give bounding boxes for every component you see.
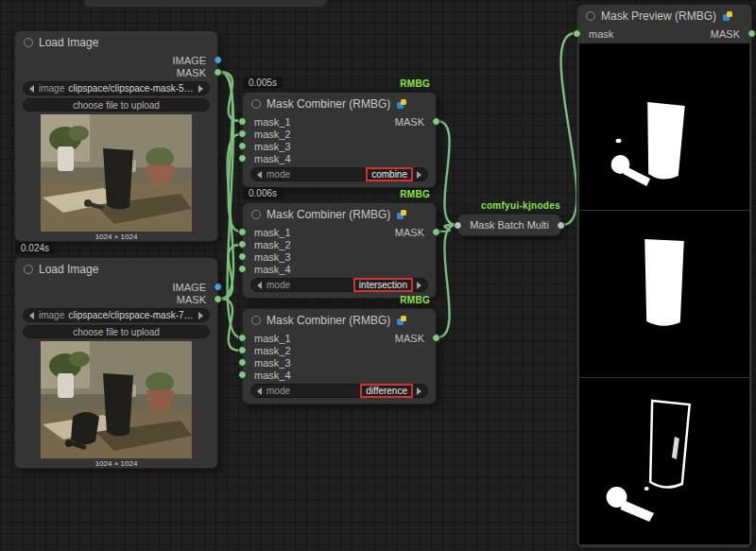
prev-arrow-icon[interactable]: [257, 387, 262, 395]
slot-label: mask_4: [254, 370, 291, 381]
mask-input-dot[interactable]: [238, 265, 247, 273]
execution-time-badge: 0.005s: [243, 77, 283, 89]
node-title: Mask Batch Multi: [470, 219, 549, 231]
input-slot-mask-3: mask_3: [243, 140, 436, 152]
node-title: Load Image: [39, 36, 98, 49]
mask-input-dot[interactable]: [238, 334, 247, 342]
node-title: Mask Combiner (RMBG): [266, 314, 390, 327]
slot-label: IMAGE: [173, 55, 206, 66]
puzzle-icon: [396, 98, 407, 110]
mask-output-dot[interactable]: [214, 68, 222, 77]
input-slot-mask-1: mask_1 MASK: [243, 115, 436, 128]
mask-preview-gallery: [579, 43, 749, 544]
node-header[interactable]: Mask Combiner (RMBG): [243, 309, 436, 332]
widget-label: image: [39, 310, 64, 320]
collapse-toggle-icon[interactable]: [586, 11, 595, 21]
batch-output-dot[interactable]: [557, 221, 565, 230]
mask-output-dot[interactable]: [214, 295, 222, 303]
image-resolution: 1024 × 1024: [15, 232, 217, 241]
image-combo-widget[interactable]: image clipspace/clipspace-mask-577005...: [23, 81, 210, 95]
node-header[interactable]: Load Image: [15, 31, 217, 54]
slot-label: MASK: [395, 333, 436, 344]
slot-label: mask_2: [254, 129, 291, 140]
mask-input-dot[interactable]: [238, 252, 247, 261]
next-arrow-icon[interactable]: [417, 387, 421, 395]
mask-input-dot[interactable]: [238, 117, 247, 126]
next-arrow-icon[interactable]: [198, 85, 203, 93]
mask-input-dot[interactable]: [238, 228, 247, 236]
batch-input-dot[interactable]: [454, 221, 462, 230]
mask-output-dot[interactable]: [432, 228, 440, 236]
node-header[interactable]: Load Image: [15, 258, 217, 281]
puzzle-icon: [396, 315, 407, 326]
input-slot-mask-4: mask_4: [243, 369, 436, 381]
input-slot-mask-3: mask_3: [243, 250, 436, 263]
mask-input-dot[interactable]: [238, 240, 247, 249]
prev-arrow-icon[interactable]: [29, 312, 34, 319]
slot-label: mask_2: [254, 345, 291, 356]
slot-label: mask_1: [254, 333, 291, 344]
mode-combo-widget[interactable]: mode difference: [250, 384, 428, 398]
next-arrow-icon[interactable]: [417, 282, 421, 289]
collapse-toggle-icon[interactable]: [251, 316, 261, 325]
input-slot-mask: mask MASK: [577, 27, 751, 41]
mask-input-dot[interactable]: [238, 370, 247, 379]
node-mask-preview[interactable]: Mask Preview (RMBG) mask MASK: [576, 4, 752, 548]
mask-input-dot[interactable]: [573, 29, 581, 38]
mask-output-dot[interactable]: [432, 117, 440, 126]
node-graph-canvas[interactable]: Load Image IMAGE MASK image clipspace/cl…: [0, 0, 756, 551]
mask-preview-difference: [579, 378, 749, 544]
node-mask-combiner-1[interactable]: 0.005s RMBG Mask Combiner (RMBG) mask_1 …: [242, 92, 437, 188]
node-header[interactable]: Mask Combiner (RMBG): [243, 93, 436, 115]
mode-combo-widget[interactable]: mode intersection: [250, 278, 428, 292]
input-slot-mask-3: mask_3: [243, 356, 436, 369]
offscreen-node-partial[interactable]: [83, 0, 327, 8]
widget-label: mode: [266, 169, 290, 180]
prev-arrow-icon[interactable]: [29, 85, 34, 93]
slot-label: MASK: [177, 67, 206, 78]
collapse-toggle-icon[interactable]: [24, 38, 33, 47]
widget-value: clipspace/clipspace-mask-790768...: [68, 310, 198, 320]
image-preview: [41, 341, 192, 458]
image-output-dot[interactable]: [214, 283, 222, 291]
widget-label: mode: [266, 280, 290, 290]
mask-input-dot[interactable]: [238, 142, 247, 150]
choose-file-button[interactable]: choose file to upload: [23, 325, 210, 338]
prev-arrow-icon[interactable]: [257, 171, 262, 179]
node-load-image-2[interactable]: 0.024s Load Image IMAGE MASK image clips…: [14, 257, 218, 469]
node-mask-combiner-2[interactable]: 0.006s RMBG Mask Combiner (RMBG) mask_1 …: [242, 202, 437, 299]
node-title: Mask Combiner (RMBG): [266, 97, 390, 111]
next-arrow-icon[interactable]: [198, 312, 203, 319]
mask-input-dot[interactable]: [238, 358, 247, 367]
widget-label: image: [39, 83, 64, 94]
mask-input-dot[interactable]: [238, 154, 247, 163]
mask-output-dot[interactable]: [747, 29, 756, 38]
node-title: Mask Preview (RMBG): [601, 9, 716, 23]
image-output-dot[interactable]: [214, 56, 222, 64]
node-load-image-1[interactable]: Load Image IMAGE MASK image clipspace/cl…: [14, 30, 218, 242]
node-title: Mask Combiner (RMBG): [266, 208, 390, 221]
collapse-toggle-icon[interactable]: [251, 210, 261, 219]
choose-file-button[interactable]: choose file to upload: [23, 98, 210, 112]
node-header[interactable]: Mask Combiner (RMBG): [243, 203, 436, 226]
image-combo-widget[interactable]: image clipspace/clipspace-mask-790768...: [23, 308, 210, 322]
node-mask-combiner-3[interactable]: RMBG Mask Combiner (RMBG) mask_1 MASK ma…: [242, 308, 437, 405]
mask-input-dot[interactable]: [238, 129, 247, 138]
slot-label: mask_1: [254, 116, 291, 128]
execution-time-badge: 0.006s: [243, 187, 283, 199]
prev-arrow-icon[interactable]: [257, 282, 262, 289]
mode-combo-widget[interactable]: mode combine: [250, 167, 428, 181]
node-pack-badge: RMBG: [400, 189, 430, 199]
next-arrow-icon[interactable]: [417, 171, 421, 179]
node-mask-batch-multi[interactable]: comfyui-kjnodes Mask Batch Multi: [457, 214, 561, 236]
output-slot-mask: MASK: [15, 293, 217, 305]
mask-output-dot[interactable]: [432, 334, 440, 342]
collapse-toggle-icon[interactable]: [251, 99, 261, 109]
puzzle-icon: [396, 209, 407, 220]
slot-label: mask_4: [254, 153, 291, 164]
mode-value-highlighted: difference: [360, 384, 413, 398]
mask-input-dot[interactable]: [238, 346, 247, 354]
widget-value: clipspace/clipspace-mask-577005...: [68, 83, 198, 94]
node-header[interactable]: Mask Preview (RMBG): [577, 5, 751, 27]
collapse-toggle-icon[interactable]: [24, 265, 33, 274]
